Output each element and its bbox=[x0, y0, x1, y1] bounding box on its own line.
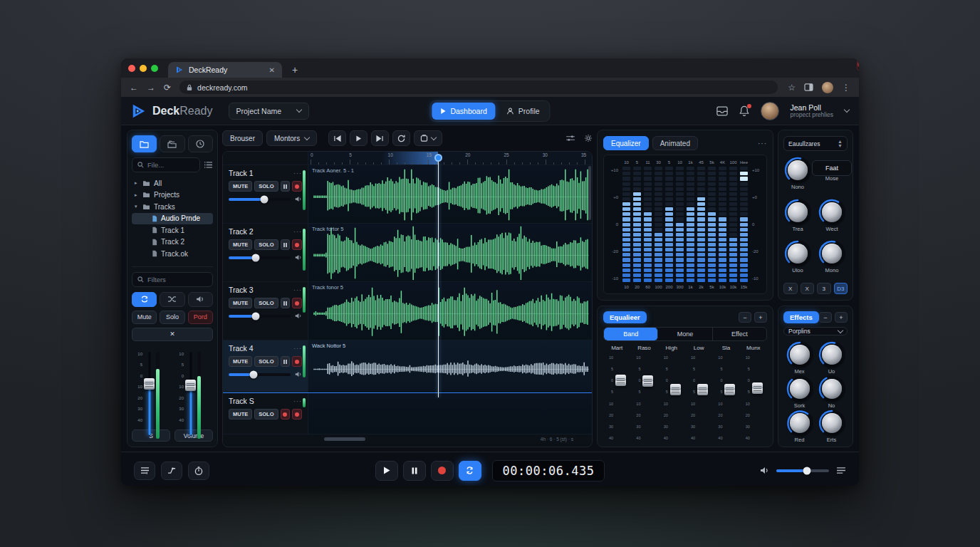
play-button[interactable] bbox=[375, 461, 398, 481]
track-lane-5[interactable] bbox=[308, 393, 592, 434]
track-menu-icon[interactable]: ··· bbox=[293, 228, 302, 235]
browser-menu-icon[interactable]: ⋮ bbox=[842, 83, 850, 93]
filter-audio-button[interactable] bbox=[188, 292, 213, 307]
knob-footer-button-d3[interactable]: D3 bbox=[834, 283, 848, 294]
track-lane-1[interactable]: Track Aoner. 5 - 1 bbox=[308, 165, 592, 223]
timeline-ruler[interactable]: 05101520253035 bbox=[308, 152, 592, 165]
effects-preset-select[interactable]: Porplins bbox=[783, 327, 848, 335]
pause-track-button[interactable] bbox=[281, 356, 291, 367]
user-menu-chevron-icon[interactable] bbox=[844, 107, 850, 113]
fader-cap[interactable] bbox=[615, 375, 626, 386]
slider-thumb[interactable] bbox=[249, 370, 257, 378]
pause-track-button[interactable] bbox=[281, 239, 291, 250]
track-volume-slider[interactable] bbox=[229, 256, 291, 259]
record-arm-button[interactable] bbox=[292, 298, 302, 308]
fast-button[interactable]: Faat bbox=[812, 160, 852, 176]
mixer-button[interactable] bbox=[134, 462, 155, 480]
fader-cap[interactable] bbox=[697, 384, 708, 395]
knob-trea-knob[interactable] bbox=[783, 198, 812, 226]
tab-effect[interactable]: Effect bbox=[713, 328, 766, 340]
track-lane-4[interactable]: Wack Nottor 5 bbox=[308, 340, 592, 392]
browser-toggle-button[interactable]: Brouser bbox=[222, 130, 263, 146]
knob-wect-knob[interactable] bbox=[818, 198, 846, 226]
band-fader[interactable] bbox=[697, 354, 709, 434]
skip-forward-button[interactable] bbox=[371, 130, 389, 146]
sliders-icon[interactable] bbox=[565, 135, 575, 142]
snapshot-select[interactable] bbox=[414, 130, 442, 146]
vertical-scrollbar-thumb[interactable] bbox=[588, 166, 591, 220]
filter-loop-button[interactable] bbox=[132, 292, 157, 307]
band-minus-button[interactable]: − bbox=[739, 312, 751, 323]
solo-button[interactable]: SOLO bbox=[254, 409, 278, 420]
inbox-icon[interactable] bbox=[716, 106, 728, 116]
fx-knob-red-knob[interactable] bbox=[786, 409, 814, 437]
minimize-window-button[interactable] bbox=[140, 65, 147, 72]
pord-filter-button[interactable]: Pord bbox=[188, 311, 213, 324]
mute-button[interactable]: MUTE bbox=[229, 409, 252, 420]
fader-cap[interactable] bbox=[670, 384, 681, 395]
tree-item-track-1[interactable]: Track 1 bbox=[132, 224, 213, 236]
knob-footer-button-x[interactable]: X bbox=[783, 283, 798, 294]
record-arm-button[interactable] bbox=[292, 239, 302, 250]
tree-item-projects[interactable]: ▸Projects bbox=[132, 189, 213, 202]
project-select[interactable]: Project Name bbox=[229, 103, 310, 120]
solo-button[interactable]: SOLO bbox=[254, 239, 278, 250]
skip-back-button[interactable] bbox=[328, 130, 346, 146]
playhead-handle[interactable] bbox=[434, 154, 442, 162]
band-fader[interactable] bbox=[751, 354, 764, 434]
track-menu-icon[interactable]: ··· bbox=[293, 345, 302, 352]
band-fader[interactable] bbox=[669, 354, 682, 434]
monitors-select[interactable]: Montors bbox=[266, 130, 317, 146]
record-arm-button[interactable] bbox=[292, 181, 302, 192]
address-bar[interactable]: deckready.com bbox=[179, 80, 778, 94]
pause-track-button[interactable] bbox=[281, 181, 291, 192]
track-volume-slider[interactable] bbox=[229, 198, 291, 201]
metronome-button[interactable] bbox=[188, 462, 209, 480]
tab-profile[interactable]: Profile bbox=[499, 103, 548, 120]
eq-preset-select[interactable]: Eauullzares ▲▼ bbox=[783, 136, 848, 151]
window-controls[interactable] bbox=[128, 58, 158, 78]
channel-fader-2[interactable] bbox=[186, 350, 195, 437]
solo-button[interactable]: SOLO bbox=[254, 181, 278, 192]
record-arm-button[interactable] bbox=[292, 409, 302, 420]
mute-button[interactable]: MUTE bbox=[229, 356, 252, 367]
close-window-button[interactable] bbox=[128, 65, 135, 72]
knob-footer-button-x[interactable]: X bbox=[801, 283, 815, 294]
pause-button[interactable] bbox=[403, 461, 426, 481]
back-icon[interactable]: ← bbox=[130, 83, 138, 93]
tree-item-track-ok[interactable]: Track.ok bbox=[132, 248, 213, 260]
sidebar-tab-projects[interactable] bbox=[160, 135, 184, 152]
record-arm-button[interactable] bbox=[281, 409, 291, 420]
track-header-4[interactable]: Track 4···MUTESOLO bbox=[223, 340, 308, 392]
fader-cap[interactable] bbox=[752, 382, 763, 394]
forward-icon[interactable]: → bbox=[147, 83, 155, 93]
filter-shuffle-button[interactable] bbox=[160, 292, 184, 307]
mute-button[interactable]: MUTE bbox=[229, 181, 252, 192]
fx-knob-erts-knob[interactable] bbox=[818, 409, 846, 437]
mute-button[interactable]: MUTE bbox=[229, 239, 252, 250]
track-menu-icon[interactable]: ··· bbox=[293, 170, 302, 177]
mute-filter-button[interactable]: Mute bbox=[132, 311, 157, 324]
track-header-1[interactable]: Track 1···MUTESOLO bbox=[223, 165, 308, 223]
band-fader[interactable] bbox=[615, 354, 627, 434]
bookmark-star-icon[interactable]: ☆ bbox=[788, 83, 796, 93]
record-arm-button[interactable] bbox=[292, 356, 302, 367]
slider-thumb[interactable] bbox=[252, 254, 260, 261]
browser-tab[interactable]: DeckReady ✕ bbox=[168, 62, 282, 78]
list-settings-icon[interactable] bbox=[204, 161, 213, 169]
band-fader[interactable] bbox=[724, 354, 736, 434]
track-volume-slider[interactable] bbox=[229, 373, 291, 376]
solo-filter-button[interactable]: Solo bbox=[160, 311, 184, 324]
knob-nono-knob[interactable] bbox=[783, 156, 812, 184]
waveform[interactable] bbox=[308, 165, 592, 223]
volume-slider[interactable] bbox=[776, 469, 829, 472]
track-header-2[interactable]: Track 2···MUTESOLO bbox=[223, 224, 308, 281]
sidebar-tab-files[interactable] bbox=[132, 135, 157, 152]
reading-list-icon[interactable] bbox=[804, 83, 813, 91]
waveform[interactable] bbox=[308, 224, 592, 281]
volume-thumb[interactable] bbox=[803, 467, 810, 474]
clear-button[interactable]: ✕ bbox=[132, 328, 213, 341]
tab-band[interactable]: Band bbox=[604, 328, 658, 340]
tree-item-tracks[interactable]: ▾Tracks bbox=[132, 201, 213, 213]
track-menu-icon[interactable]: ··· bbox=[293, 286, 302, 293]
